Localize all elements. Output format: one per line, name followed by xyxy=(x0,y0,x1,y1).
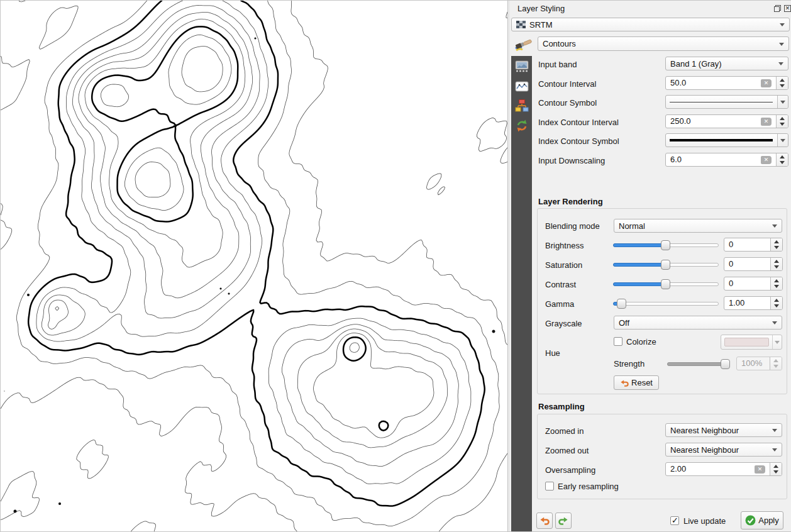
strength-slider[interactable] xyxy=(667,357,730,371)
brightness-label: Brightness xyxy=(545,241,584,251)
gamma-input[interactable]: 1.00 xyxy=(724,296,783,310)
color-dropdown[interactable] xyxy=(772,335,782,349)
reset-button-label: Reset xyxy=(631,378,653,387)
zoomed-out-select[interactable]: Nearest Neighbour xyxy=(665,443,782,457)
style-type-select[interactable]: Contours xyxy=(538,36,789,51)
gamma-slider[interactable] xyxy=(613,297,719,311)
map-canvas-area[interactable] xyxy=(1,1,507,531)
chevron-down-icon xyxy=(780,23,785,29)
chevron-down-icon xyxy=(772,448,777,454)
early-resampling-checkbox[interactable] xyxy=(545,482,554,490)
spin-buttons[interactable] xyxy=(776,115,788,128)
raster-layer-icon xyxy=(516,21,526,29)
chevron-down-icon xyxy=(772,429,777,435)
reset-button[interactable]: Reset xyxy=(614,375,659,390)
chevron-down-icon xyxy=(780,101,785,106)
brightness-input[interactable]: 0 xyxy=(724,238,783,252)
panel-title: Layer Styling xyxy=(517,4,565,14)
grayscale-select[interactable]: Off xyxy=(614,316,782,330)
chevron-down-icon xyxy=(779,43,784,48)
apply-check-icon xyxy=(745,515,756,526)
spin-buttons[interactable] xyxy=(776,77,788,89)
chevron-down-icon xyxy=(780,139,785,145)
line-symbol-preview xyxy=(670,102,773,103)
input-downscaling-label: Input Downscaling xyxy=(538,156,605,166)
undo-icon xyxy=(539,516,550,526)
input-downscaling-input[interactable]: 6.0 xyxy=(665,153,788,167)
chevron-down-icon xyxy=(778,62,783,68)
saturation-slider[interactable] xyxy=(613,258,719,272)
history-icon xyxy=(514,118,529,133)
index-line-symbol-preview xyxy=(670,139,773,141)
tab-symbology[interactable] xyxy=(514,58,529,74)
spin-buttons[interactable] xyxy=(770,238,782,251)
redo-button[interactable] xyxy=(555,513,572,529)
spin-buttons[interactable] xyxy=(776,153,788,166)
diagram-icon xyxy=(514,98,529,113)
spin-buttons[interactable] xyxy=(770,297,782,309)
input-band-label: Input band xyxy=(538,60,577,70)
slider-handle[interactable] xyxy=(617,299,626,309)
undo-button[interactable] xyxy=(536,513,553,529)
slider-handle[interactable] xyxy=(661,279,670,289)
symbol-dropdown[interactable] xyxy=(777,96,788,108)
slider-handle[interactable] xyxy=(721,359,730,369)
blending-mode-select[interactable]: Normal xyxy=(614,219,782,233)
contrast-label: Contrast xyxy=(545,280,576,290)
index-contour-symbol-select[interactable] xyxy=(665,133,788,147)
index-contour-interval-input[interactable]: 250.0 xyxy=(665,114,788,128)
oversampling-label: Oversampling xyxy=(545,465,595,475)
contrast-slider[interactable] xyxy=(613,277,719,291)
clear-field-icon[interactable] xyxy=(761,156,772,164)
layer-select[interactable]: SRTM xyxy=(511,18,790,31)
paintbrush-icon xyxy=(514,35,534,52)
layer-name: SRTM xyxy=(529,20,553,30)
float-panel-icon[interactable] xyxy=(774,5,781,12)
strength-label: Strength xyxy=(614,359,644,369)
spin-buttons[interactable] xyxy=(770,277,782,290)
apply-button[interactable]: Apply xyxy=(741,511,783,529)
colorize-color-button[interactable] xyxy=(721,335,782,350)
live-update-checkbox[interactable] xyxy=(670,516,679,525)
live-update-label: Live update xyxy=(683,516,726,526)
spin-buttons[interactable] xyxy=(770,258,782,270)
color-swatch xyxy=(724,338,769,346)
histogram-icon xyxy=(514,80,529,94)
chevron-down-icon xyxy=(775,341,780,346)
contour-symbol-select[interactable] xyxy=(665,95,788,109)
strength-input[interactable]: 100% xyxy=(736,357,782,370)
grayscale-label: Grayscale xyxy=(545,319,582,329)
qgis-window: Layer Styling SRTM Contours xyxy=(0,0,791,532)
zoomed-in-select[interactable]: Nearest Neighbour xyxy=(665,423,782,437)
clear-field-icon[interactable] xyxy=(755,465,765,474)
clear-field-icon[interactable] xyxy=(761,118,772,126)
chevron-down-icon xyxy=(772,321,777,327)
apply-button-label: Apply xyxy=(758,516,779,525)
zoomed-out-label: Zoomed out xyxy=(545,446,589,456)
brightness-slider[interactable] xyxy=(613,238,719,252)
oversampling-input[interactable]: 2.00 xyxy=(665,462,782,476)
contour-interval-input[interactable]: 50.0 xyxy=(665,76,788,90)
spin-buttons xyxy=(770,357,782,370)
tab-histogram[interactable] xyxy=(514,79,529,94)
symbol-dropdown[interactable] xyxy=(777,134,788,147)
clear-field-icon[interactable] xyxy=(761,79,772,87)
index-contour-symbol-label: Index Contour Symbol xyxy=(538,136,619,147)
slider-handle[interactable] xyxy=(661,240,670,250)
reset-undo-icon xyxy=(620,379,629,387)
resampling-title: Resampling xyxy=(538,402,585,411)
colorize-checkbox[interactable] xyxy=(614,337,622,346)
zoomed-in-label: Zoomed in xyxy=(545,426,584,436)
saturation-input[interactable]: 0 xyxy=(724,257,783,271)
chevron-down-icon xyxy=(772,224,777,230)
contour-map[interactable] xyxy=(1,1,507,531)
input-band-select[interactable]: Band 1 (Gray) xyxy=(665,57,788,70)
tab-history[interactable] xyxy=(514,118,529,133)
contrast-input[interactable]: 0 xyxy=(724,277,783,291)
contour-symbol-label: Contour Symbol xyxy=(538,98,597,108)
close-panel-icon[interactable] xyxy=(784,5,791,12)
spin-buttons[interactable] xyxy=(770,463,782,475)
slider-handle[interactable] xyxy=(661,260,670,270)
hue-label: Hue xyxy=(545,348,560,358)
tab-diagram[interactable] xyxy=(514,97,529,113)
